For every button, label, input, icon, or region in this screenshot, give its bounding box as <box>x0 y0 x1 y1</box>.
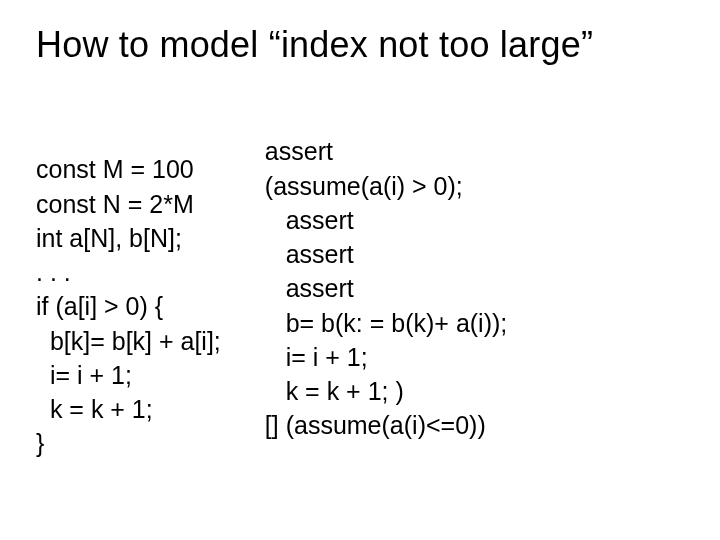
code-line: k = k + 1; <box>36 395 153 423</box>
code-line: assert <box>265 274 354 302</box>
code-line: b= b(k: = b(k)+ a(i)); <box>265 309 507 337</box>
code-line: . . . <box>36 258 71 286</box>
slide-title: How to model “index not too large” <box>36 24 684 66</box>
code-line: i= i + 1; <box>265 343 368 371</box>
code-line: i= i + 1; <box>36 361 132 389</box>
code-line: } <box>36 429 44 457</box>
content-columns: const M = 100 const N = 2*M int a[N], b[… <box>36 100 684 495</box>
code-left-column: const M = 100 const N = 2*M int a[N], b[… <box>36 118 221 495</box>
code-line: [] (assume(a(i)<=0)) <box>265 411 486 439</box>
code-line: b[k]= b[k] + a[i]; <box>36 327 221 355</box>
code-line: assert <box>265 206 354 234</box>
code-line: if (a[i] > 0) { <box>36 292 163 320</box>
code-line: int a[N], b[N]; <box>36 224 182 252</box>
code-line: k = k + 1; ) <box>265 377 404 405</box>
code-line: assert <box>265 240 354 268</box>
code-line: (assume(a(i) > 0); <box>265 172 463 200</box>
slide: How to model “index not too large” const… <box>0 0 720 540</box>
code-line: assert <box>265 137 333 165</box>
code-line: const M = 100 <box>36 155 194 183</box>
code-line: const N = 2*M <box>36 190 194 218</box>
code-right-column: assert (assume(a(i) > 0); assert assert … <box>265 100 507 495</box>
